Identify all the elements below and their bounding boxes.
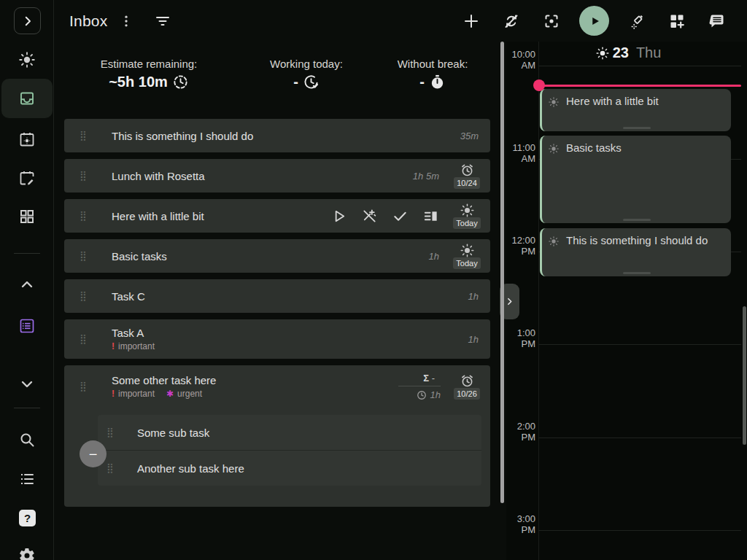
- task-title: Here with a little bit: [112, 210, 330, 222]
- important-icon: !: [112, 389, 115, 399]
- resize-handle[interactable]: [623, 219, 651, 221]
- notes-button[interactable]: [708, 12, 726, 30]
- sun-icon: [595, 46, 610, 61]
- filter-button[interactable]: [154, 12, 171, 30]
- tag-important[interactable]: !important: [112, 341, 155, 351]
- task-row[interactable]: ⣿ Task C 1h: [64, 279, 490, 313]
- tag-label: urgent: [177, 389, 202, 399]
- topbar: Inbox: [55, 0, 747, 42]
- schedule-event[interactable]: This is something I should do: [540, 228, 731, 276]
- summary-value: -: [432, 373, 435, 384]
- due-date-badge: 10/24: [454, 177, 480, 189]
- time-label: 10:00AM: [506, 49, 535, 71]
- dashboard-add-icon: [668, 12, 686, 30]
- add-task-button[interactable]: [462, 12, 480, 30]
- sidebar-item-schedule[interactable]: [18, 131, 36, 148]
- sidebar-divider: [14, 408, 40, 408]
- task-estimate: 1h: [429, 251, 439, 262]
- search-button[interactable]: [18, 431, 36, 448]
- cleanup-button[interactable]: [628, 12, 646, 30]
- drag-handle-icon[interactable]: ⣿: [64, 131, 97, 140]
- sidebar: ?: [0, 0, 54, 560]
- task-row[interactable]: ⣿ This is something I should do 35m: [64, 119, 490, 152]
- day-number: 23: [613, 44, 629, 61]
- tag-important[interactable]: !important: [112, 389, 155, 399]
- sidebar-item-today[interactable]: [18, 51, 36, 69]
- tag-list: !important ✱urgent: [112, 389, 398, 399]
- schedule-event[interactable]: Here with a little bit: [540, 89, 731, 131]
- schedule-day-header: 23 Thu: [527, 44, 729, 61]
- spray-clean-icon: [628, 12, 646, 30]
- filter-icon: [154, 12, 171, 30]
- main-scrollbar[interactable]: [500, 42, 504, 503]
- stat-value: ~5h 10m: [109, 74, 168, 90]
- reminder-badge: 10/26: [451, 373, 483, 400]
- time-label: 3:00PM: [506, 513, 535, 535]
- all-tasks-button[interactable]: [18, 470, 36, 488]
- tag-label: important: [118, 341, 155, 351]
- focus-mode-button[interactable]: [543, 12, 560, 30]
- stat-working-today: Working today: -: [233, 58, 379, 90]
- check-icon[interactable]: [392, 208, 409, 225]
- planned-today-badge: Today: [451, 203, 483, 229]
- task-hover-actions: [330, 208, 439, 225]
- tag-urgent[interactable]: ✱urgent: [166, 389, 202, 399]
- comment-icon: [708, 12, 726, 30]
- remove-from-today-icon[interactable]: [361, 208, 378, 225]
- task-row-with-subtasks[interactable]: ⣿ Some other task here !important ✱urgen…: [64, 365, 490, 507]
- drag-handle-icon[interactable]: ⣿: [64, 292, 97, 300]
- collapse-subtasks-button[interactable]: −: [80, 440, 107, 467]
- task-row[interactable]: ⣿ Task A !important 1h: [64, 319, 490, 359]
- play-outline-icon[interactable]: [330, 208, 347, 225]
- stat-label: Without break:: [360, 58, 506, 70]
- subtask-row[interactable]: ⣿ Another sub task here: [98, 451, 481, 486]
- inbox-icon: [18, 90, 36, 107]
- start-tracking-button[interactable]: [579, 6, 609, 36]
- expand-sidebar-button[interactable]: [14, 7, 41, 34]
- task-row-hovered[interactable]: ⣿ Here with a little bit Today: [64, 199, 490, 233]
- scroll-down-button[interactable]: [18, 377, 36, 392]
- sun-icon: [460, 243, 475, 258]
- task-title: Task A: [112, 327, 468, 339]
- add-widget-button[interactable]: [668, 12, 686, 30]
- hour-gridline: [538, 344, 741, 345]
- task-estimate: 1h: [468, 334, 479, 345]
- chevron-right-icon: [21, 15, 34, 28]
- context-menu-button[interactable]: [119, 14, 133, 28]
- scroll-up-button[interactable]: [18, 277, 36, 292]
- calendar-edit-icon: [18, 169, 36, 187]
- sync-disabled-button[interactable]: [503, 12, 520, 30]
- important-icon: !: [112, 341, 115, 351]
- stat-value: -: [293, 74, 298, 90]
- subtask-row[interactable]: ⣿ Some sub task: [98, 415, 481, 450]
- schedule-event[interactable]: Basic tasks: [540, 136, 731, 223]
- sidebar-item-inbox-active[interactable]: [1, 79, 53, 118]
- sun-icon: [460, 203, 475, 218]
- sun-icon: [548, 236, 560, 247]
- resize-handle[interactable]: [623, 272, 651, 274]
- task-row[interactable]: ⣿ Basic tasks 1h Today: [64, 239, 490, 273]
- list-box-icon: [18, 317, 36, 335]
- drag-handle-icon[interactable]: ⣿: [64, 171, 97, 180]
- sidebar-item-project[interactable]: [18, 317, 36, 335]
- schedule-scrollbar[interactable]: [743, 306, 746, 445]
- resize-handle[interactable]: [623, 127, 651, 129]
- sidebar-item-boards[interactable]: [18, 208, 36, 225]
- drag-handle-icon[interactable]: ⣿: [64, 335, 97, 343]
- help-button[interactable]: ?: [19, 510, 36, 526]
- today-badge: Today: [453, 217, 480, 229]
- task-row[interactable]: ⣿ Lunch with Rosetta 1h 5m 10/24: [64, 159, 490, 192]
- drag-handle-icon[interactable]: ⣿: [64, 382, 97, 391]
- task-estimate: 35m: [460, 131, 479, 141]
- detail-panel-icon[interactable]: [422, 208, 439, 225]
- drag-handle-icon[interactable]: ⣿: [64, 252, 97, 260]
- sidebar-item-planner[interactable]: [18, 169, 36, 187]
- sigma-icon: Σ: [423, 373, 429, 384]
- drag-handle-icon[interactable]: ⣿: [64, 211, 97, 220]
- sync-off-icon: [503, 12, 520, 30]
- settings-button[interactable]: [18, 547, 36, 560]
- chevron-down-icon: [18, 377, 36, 392]
- chevron-right-icon: [505, 297, 514, 306]
- drag-handle-icon[interactable]: ⣿: [98, 428, 115, 437]
- stat-value: -: [419, 74, 425, 90]
